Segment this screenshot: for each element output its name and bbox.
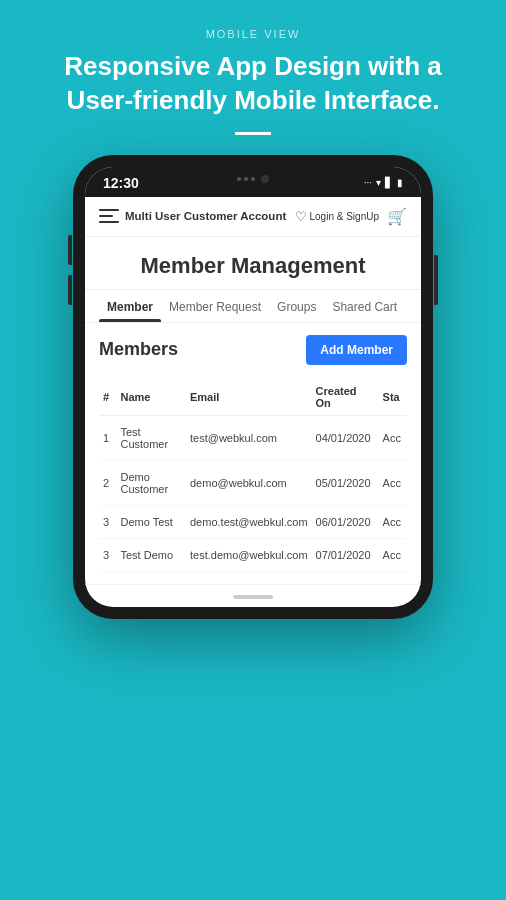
add-member-button[interactable]: Add Member xyxy=(306,335,407,365)
col-header-name: Name xyxy=(116,379,186,416)
cell-created: 07/01/2020 xyxy=(312,538,379,571)
cell-name: Test Demo xyxy=(116,538,186,571)
app-navbar: Multi User Customer Account ♡ Login & Si… xyxy=(85,197,421,237)
page-heading: Member Management xyxy=(85,237,421,290)
tab-shared-cart[interactable]: Shared Cart xyxy=(324,290,405,322)
page-title: Responsive App Design with a User-friend… xyxy=(40,50,466,118)
cell-created: 06/01/2020 xyxy=(312,505,379,538)
cell-email: demo.test@webkul.com xyxy=(186,505,312,538)
hamburger-menu-icon[interactable] xyxy=(99,209,119,223)
hamburger-line-2 xyxy=(99,215,113,217)
table-row: 3 Demo Test demo.test@webkul.com 06/01/2… xyxy=(99,505,407,538)
notch-dot-1 xyxy=(237,177,241,181)
volume-down-button xyxy=(68,275,72,305)
col-header-status: Sta xyxy=(379,379,407,416)
members-title: Members xyxy=(99,339,178,360)
page-header: MOBILE VIEW Responsive App Design with a… xyxy=(0,0,506,155)
cell-status: Acc xyxy=(379,460,407,505)
status-icons: ··· ▾ ▋ ▮ xyxy=(364,177,403,188)
wifi-icon: ▾ xyxy=(376,177,381,188)
status-bar: 12:30 ··· ▾ ▋ ▮ xyxy=(85,167,421,197)
phone-screen: 12:30 ··· ▾ ▋ ▮ M xyxy=(85,167,421,607)
members-header: Members Add Member xyxy=(99,335,407,365)
cell-status: Acc xyxy=(379,505,407,538)
cell-email: test.demo@webkul.com xyxy=(186,538,312,571)
tab-groups[interactable]: Groups xyxy=(269,290,324,322)
hamburger-line-1 xyxy=(99,209,119,211)
nav-brand: Multi User Customer Account xyxy=(125,210,295,222)
table-row: 1 Test Customer test@webkul.com 04/01/20… xyxy=(99,415,407,460)
col-header-created: Created On xyxy=(312,379,379,416)
cell-created: 04/01/2020 xyxy=(312,415,379,460)
cell-name: Test Customer xyxy=(116,415,186,460)
cell-email: demo@webkul.com xyxy=(186,460,312,505)
camera-icon xyxy=(261,175,269,183)
login-signup-link[interactable]: ♡ Login & SignUp xyxy=(295,209,380,224)
cell-num: 3 xyxy=(99,538,116,571)
phone-frame: 12:30 ··· ▾ ▋ ▮ M xyxy=(73,155,433,619)
battery-icon: ▮ xyxy=(397,177,403,188)
heart-icon: ♡ xyxy=(295,209,307,224)
cell-status: Acc xyxy=(379,415,407,460)
volume-up-button xyxy=(68,235,72,265)
notch-dots xyxy=(237,177,255,181)
cell-status: Acc xyxy=(379,538,407,571)
members-section: Members Add Member # Name Email Created … xyxy=(85,323,421,584)
cell-num: 1 xyxy=(99,415,116,460)
notch-dot-2 xyxy=(244,177,248,181)
cell-created: 05/01/2020 xyxy=(312,460,379,505)
cell-name: Demo Test xyxy=(116,505,186,538)
table-row: 2 Demo Customer demo@webkul.com 05/01/20… xyxy=(99,460,407,505)
tab-member[interactable]: Member xyxy=(99,290,161,322)
col-header-num: # xyxy=(99,379,116,416)
members-table: # Name Email Created On Sta 1 Test Custo… xyxy=(99,379,407,572)
mobile-view-label: MOBILE VIEW xyxy=(40,28,466,40)
table-header-row: # Name Email Created On Sta xyxy=(99,379,407,416)
notch-dot-3 xyxy=(251,177,255,181)
cell-name: Demo Customer xyxy=(116,460,186,505)
notch xyxy=(213,167,293,191)
tabs-bar: Member Member Request Groups Shared Cart xyxy=(85,290,421,323)
table-row: 3 Test Demo test.demo@webkul.com 07/01/2… xyxy=(99,538,407,571)
title-divider xyxy=(235,132,271,135)
cart-icon[interactable]: 🛒 xyxy=(387,207,407,226)
status-time: 12:30 xyxy=(103,175,139,191)
cell-email: test@webkul.com xyxy=(186,415,312,460)
power-button xyxy=(434,255,438,305)
nav-actions: ♡ Login & SignUp 🛒 xyxy=(295,207,408,226)
cell-num: 3 xyxy=(99,505,116,538)
cell-num: 2 xyxy=(99,460,116,505)
login-label: Login & SignUp xyxy=(310,211,380,222)
hamburger-line-3 xyxy=(99,221,119,223)
scroll-bar xyxy=(233,595,273,599)
signal-dots-icon: ··· xyxy=(364,177,372,188)
col-header-email: Email xyxy=(186,379,312,416)
tab-member-request[interactable]: Member Request xyxy=(161,290,269,322)
signal-bars-icon: ▋ xyxy=(385,177,393,188)
scroll-indicator xyxy=(85,584,421,607)
